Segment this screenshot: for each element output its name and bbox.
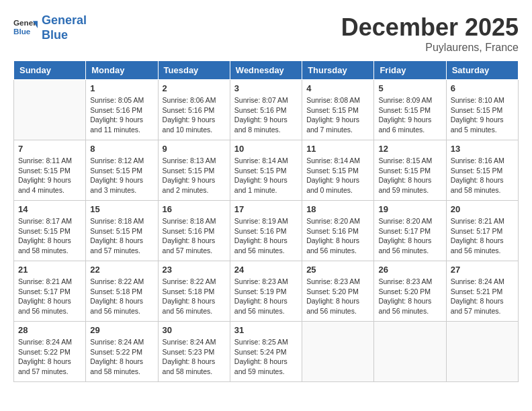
cell-info: Sunrise: 8:11 AM Sunset: 5:15 PM Dayligh…	[18, 156, 81, 195]
cell-date: 19	[378, 204, 441, 214]
cell-date: 30	[163, 325, 226, 335]
cell-info: Sunrise: 8:06 AM Sunset: 5:16 PM Dayligh…	[163, 95, 226, 135]
calendar-cell: 15 Sunrise: 8:18 AM Sunset: 5:15 PM Dayl…	[86, 201, 158, 261]
cell-date: 6	[451, 83, 514, 93]
cell-info: Sunrise: 8:10 AM Sunset: 5:15 PM Dayligh…	[451, 95, 514, 135]
cell-info: Sunrise: 8:07 AM Sunset: 5:16 PM Dayligh…	[234, 95, 298, 135]
cell-info: Sunrise: 8:12 AM Sunset: 5:15 PM Dayligh…	[90, 156, 153, 195]
calendar-cell: 26 Sunrise: 8:23 AM Sunset: 5:20 PM Dayl…	[374, 261, 446, 322]
calendar-cell: 17 Sunrise: 8:19 AM Sunset: 5:16 PM Dayl…	[230, 201, 302, 261]
month-title: December 2025	[341, 13, 519, 42]
calendar-cell: 8 Sunrise: 8:12 AM Sunset: 5:15 PM Dayli…	[86, 140, 158, 201]
location: Puylaurens, France	[341, 42, 519, 54]
cell-date: 3	[234, 83, 298, 93]
calendar-cell: 9 Sunrise: 8:13 AM Sunset: 5:15 PM Dayli…	[158, 140, 230, 201]
cell-date: 5	[378, 83, 441, 93]
calendar-cell: 18 Sunrise: 8:20 AM Sunset: 5:16 PM Dayl…	[302, 201, 374, 261]
cell-date: 21	[18, 265, 81, 275]
cell-info: Sunrise: 8:13 AM Sunset: 5:15 PM Dayligh…	[163, 156, 226, 195]
cell-info: Sunrise: 8:22 AM Sunset: 5:18 PM Dayligh…	[163, 277, 226, 316]
cell-info: Sunrise: 8:18 AM Sunset: 5:16 PM Dayligh…	[163, 216, 226, 256]
cell-info: Sunrise: 8:23 AM Sunset: 5:20 PM Dayligh…	[378, 277, 441, 316]
cell-date: 25	[306, 265, 369, 275]
cell-info: Sunrise: 8:23 AM Sunset: 5:19 PM Dayligh…	[234, 277, 298, 316]
calendar-cell: 29 Sunrise: 8:24 AM Sunset: 5:22 PM Dayl…	[86, 322, 158, 382]
calendar-cell: 4 Sunrise: 8:08 AM Sunset: 5:15 PM Dayli…	[302, 80, 374, 140]
calendar-cell: 14 Sunrise: 8:17 AM Sunset: 5:15 PM Dayl…	[14, 201, 86, 261]
cell-info: Sunrise: 8:20 AM Sunset: 5:17 PM Dayligh…	[378, 216, 441, 256]
calendar-cell: 21 Sunrise: 8:21 AM Sunset: 5:17 PM Dayl…	[14, 261, 86, 322]
cell-date: 10	[234, 144, 298, 154]
cell-info: Sunrise: 8:16 AM Sunset: 5:15 PM Dayligh…	[451, 156, 514, 195]
cell-date: 22	[90, 265, 153, 275]
cell-info: Sunrise: 8:18 AM Sunset: 5:15 PM Dayligh…	[90, 216, 153, 256]
cell-date: 15	[90, 204, 153, 214]
cell-info: Sunrise: 8:17 AM Sunset: 5:15 PM Dayligh…	[18, 216, 81, 256]
cell-info: Sunrise: 8:21 AM Sunset: 5:17 PM Dayligh…	[18, 277, 81, 316]
calendar-cell: 22 Sunrise: 8:22 AM Sunset: 5:18 PM Dayl…	[86, 261, 158, 322]
cell-info: Sunrise: 8:15 AM Sunset: 5:15 PM Dayligh…	[378, 156, 441, 195]
cell-info: Sunrise: 8:23 AM Sunset: 5:20 PM Dayligh…	[306, 277, 369, 316]
calendar-table: SundayMondayTuesdayWednesdayThursdayFrid…	[13, 60, 519, 382]
cell-info: Sunrise: 8:22 AM Sunset: 5:18 PM Dayligh…	[90, 277, 153, 316]
calendar-cell: 5 Sunrise: 8:09 AM Sunset: 5:15 PM Dayli…	[374, 80, 446, 140]
cell-date: 28	[18, 325, 81, 335]
weekday-header-friday: Friday	[374, 61, 446, 80]
cell-info: Sunrise: 8:05 AM Sunset: 5:16 PM Dayligh…	[90, 95, 153, 135]
cell-info: Sunrise: 8:20 AM Sunset: 5:16 PM Dayligh…	[306, 216, 369, 256]
cell-date: 2	[163, 83, 226, 93]
calendar-cell: 3 Sunrise: 8:07 AM Sunset: 5:16 PM Dayli…	[230, 80, 302, 140]
cell-date: 26	[378, 265, 441, 275]
calendar-cell	[374, 322, 446, 382]
calendar-cell: 16 Sunrise: 8:18 AM Sunset: 5:16 PM Dayl…	[158, 201, 230, 261]
cell-date: 31	[234, 325, 298, 335]
cell-info: Sunrise: 8:24 AM Sunset: 5:23 PM Dayligh…	[163, 337, 226, 377]
svg-text:Blue: Blue	[13, 27, 31, 36]
calendar-cell: 25 Sunrise: 8:23 AM Sunset: 5:20 PM Dayl…	[302, 261, 374, 322]
calendar-cell: 31 Sunrise: 8:25 AM Sunset: 5:24 PM Dayl…	[230, 322, 302, 382]
calendar-cell: 6 Sunrise: 8:10 AM Sunset: 5:15 PM Dayli…	[446, 80, 518, 140]
cell-date: 17	[234, 204, 298, 214]
weekday-header-thursday: Thursday	[302, 61, 374, 80]
cell-info: Sunrise: 8:25 AM Sunset: 5:24 PM Dayligh…	[234, 337, 298, 377]
calendar-cell: 7 Sunrise: 8:11 AM Sunset: 5:15 PM Dayli…	[14, 140, 86, 201]
cell-date: 11	[306, 144, 369, 154]
cell-info: Sunrise: 8:21 AM Sunset: 5:17 PM Dayligh…	[451, 216, 514, 256]
cell-info: Sunrise: 8:19 AM Sunset: 5:16 PM Dayligh…	[234, 216, 298, 256]
calendar-cell: 13 Sunrise: 8:16 AM Sunset: 5:15 PM Dayl…	[446, 140, 518, 201]
calendar-cell	[302, 322, 374, 382]
calendar-cell	[446, 322, 518, 382]
cell-date: 20	[451, 204, 514, 214]
calendar-cell: 30 Sunrise: 8:24 AM Sunset: 5:23 PM Dayl…	[158, 322, 230, 382]
cell-date: 8	[90, 144, 153, 154]
cell-date: 9	[163, 144, 226, 154]
calendar-cell: 10 Sunrise: 8:14 AM Sunset: 5:15 PM Dayl…	[230, 140, 302, 201]
calendar-cell: 19 Sunrise: 8:20 AM Sunset: 5:17 PM Dayl…	[374, 201, 446, 261]
cell-info: Sunrise: 8:24 AM Sunset: 5:22 PM Dayligh…	[18, 337, 81, 377]
calendar-cell	[14, 80, 86, 140]
logo: General Blue GeneralBlue	[13, 13, 87, 42]
calendar-cell: 23 Sunrise: 8:22 AM Sunset: 5:18 PM Dayl…	[158, 261, 230, 322]
calendar-cell: 12 Sunrise: 8:15 AM Sunset: 5:15 PM Dayl…	[374, 140, 446, 201]
logo-text: GeneralBlue	[42, 13, 87, 42]
calendar-cell: 1 Sunrise: 8:05 AM Sunset: 5:16 PM Dayli…	[86, 80, 158, 140]
cell-info: Sunrise: 8:09 AM Sunset: 5:15 PM Dayligh…	[378, 95, 441, 135]
cell-info: Sunrise: 8:14 AM Sunset: 5:15 PM Dayligh…	[234, 156, 298, 195]
calendar-cell: 20 Sunrise: 8:21 AM Sunset: 5:17 PM Dayl…	[446, 201, 518, 261]
logo-icon: General Blue	[13, 16, 38, 40]
weekday-header-tuesday: Tuesday	[158, 61, 230, 80]
cell-date: 29	[90, 325, 153, 335]
weekday-header-monday: Monday	[86, 61, 158, 80]
svg-text:General: General	[13, 18, 38, 27]
cell-date: 13	[451, 144, 514, 154]
cell-date: 18	[306, 204, 369, 214]
calendar-cell: 11 Sunrise: 8:14 AM Sunset: 5:15 PM Dayl…	[302, 140, 374, 201]
cell-date: 24	[234, 265, 298, 275]
calendar-cell: 27 Sunrise: 8:24 AM Sunset: 5:21 PM Dayl…	[446, 261, 518, 322]
calendar-cell: 2 Sunrise: 8:06 AM Sunset: 5:16 PM Dayli…	[158, 80, 230, 140]
weekday-header-saturday: Saturday	[446, 61, 518, 80]
cell-info: Sunrise: 8:08 AM Sunset: 5:15 PM Dayligh…	[306, 95, 369, 135]
cell-date: 7	[18, 144, 81, 154]
cell-date: 16	[163, 204, 226, 214]
title-block: December 2025 Puylaurens, France	[341, 13, 519, 54]
